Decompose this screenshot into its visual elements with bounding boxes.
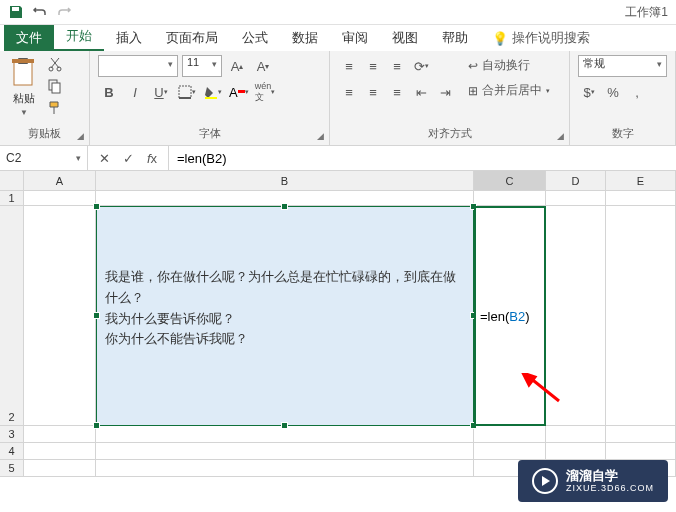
align-top-icon[interactable]: ≡ <box>338 55 360 77</box>
align-bottom-icon[interactable]: ≡ <box>386 55 408 77</box>
number-format-combo[interactable]: 常规 <box>578 55 667 77</box>
group-font-label: 字体 <box>98 126 321 143</box>
col-header-C[interactable]: C <box>474 171 546 191</box>
percent-icon[interactable]: % <box>602 81 624 103</box>
bold-button[interactable]: B <box>98 81 120 103</box>
selection-handle[interactable] <box>281 203 288 210</box>
cell-B4[interactable] <box>96 443 474 460</box>
cell-E2[interactable] <box>606 206 676 426</box>
name-box[interactable]: C2 <box>0 146 88 170</box>
cell-A5[interactable] <box>24 460 96 477</box>
row-header-5[interactable]: 5 <box>0 460 24 477</box>
window-title: 工作簿1 <box>625 4 668 21</box>
cell-E4[interactable] <box>606 443 676 460</box>
watermark-en: ZIXUE.3D66.COM <box>566 483 654 494</box>
col-header-E[interactable]: E <box>606 171 676 191</box>
cell-C2[interactable]: =len(B2) <box>474 206 546 426</box>
col-header-B[interactable]: B <box>96 171 474 191</box>
fx-icon[interactable]: fx <box>144 151 160 166</box>
cell-D1[interactable] <box>546 191 606 206</box>
formula-bar: C2 ✕ ✓ fx =len(B2) <box>0 146 676 171</box>
tab-review[interactable]: 审阅 <box>330 25 380 51</box>
cell-A4[interactable] <box>24 443 96 460</box>
decrease-indent-icon[interactable]: ⇤ <box>410 81 432 103</box>
border-button[interactable]: ▾ <box>176 81 198 103</box>
cell-C4[interactable] <box>474 443 546 460</box>
font-name-combo[interactable] <box>98 55 178 77</box>
decrease-font-icon[interactable]: A▾ <box>252 55 274 77</box>
selection-handle[interactable] <box>93 422 100 429</box>
row-header-3[interactable]: 3 <box>0 426 24 443</box>
paste-button[interactable]: 粘贴 ▼ <box>8 55 40 119</box>
cell-B2[interactable]: 我是谁，你在做什么呢？为什么总是在忙忙碌碌的，到底在做什么？ 我为什么要告诉你呢… <box>96 206 474 426</box>
watermark: 溜溜自学 ZIXUE.3D66.COM <box>518 460 668 502</box>
align-right-icon[interactable]: ≡ <box>386 81 408 103</box>
increase-font-icon[interactable]: A▴ <box>226 55 248 77</box>
col-header-A[interactable]: A <box>24 171 96 191</box>
currency-icon[interactable]: $▾ <box>578 81 600 103</box>
play-icon <box>532 468 558 494</box>
selection-handle[interactable] <box>281 422 288 429</box>
cell-B5[interactable] <box>96 460 474 477</box>
wrap-icon: ↩ <box>468 59 478 73</box>
italic-button[interactable]: I <box>124 81 146 103</box>
cell-D3[interactable] <box>546 426 606 443</box>
format-painter-icon[interactable] <box>44 99 66 117</box>
row-header-2[interactable]: 2 <box>0 206 24 426</box>
enter-icon[interactable]: ✓ <box>120 151 136 166</box>
ribbon-tabs: 文件 开始 插入 页面布局 公式 数据 审阅 视图 帮助 💡 操作说明搜索 <box>0 25 676 51</box>
cell-A1[interactable] <box>24 191 96 206</box>
row-header-1[interactable]: 1 <box>0 191 24 206</box>
row-header-4[interactable]: 4 <box>0 443 24 460</box>
comma-icon[interactable]: , <box>626 81 648 103</box>
align-middle-icon[interactable]: ≡ <box>362 55 384 77</box>
save-icon[interactable] <box>8 4 24 20</box>
clipboard-launcher[interactable]: ◢ <box>73 129 87 143</box>
svg-rect-0 <box>14 61 32 85</box>
alignment-launcher[interactable]: ◢ <box>553 129 567 143</box>
increase-indent-icon[interactable]: ⇥ <box>434 81 456 103</box>
cell-C1[interactable] <box>474 191 546 206</box>
fill-color-button[interactable]: ▾ <box>202 81 224 103</box>
tab-home[interactable]: 开始 <box>54 23 104 51</box>
align-left-icon[interactable]: ≡ <box>338 81 360 103</box>
select-all-corner[interactable] <box>0 171 24 191</box>
tab-search[interactable]: 💡 操作说明搜索 <box>480 25 602 51</box>
orientation-icon[interactable]: ⟳▾ <box>410 55 432 77</box>
selection-handle[interactable] <box>93 312 100 319</box>
undo-icon[interactable] <box>32 4 48 20</box>
underline-button[interactable]: U ▾ <box>150 81 172 103</box>
tab-formulas[interactable]: 公式 <box>230 25 280 51</box>
group-number-label: 数字 <box>578 126 667 143</box>
selection-handle[interactable] <box>93 203 100 210</box>
cell-A3[interactable] <box>24 426 96 443</box>
svg-rect-9 <box>205 97 217 99</box>
worksheet: A B C D E 1 2 3 4 5 我是谁，你在做什么呢？为什么总是在忙忙 <box>0 171 676 477</box>
tab-insert[interactable]: 插入 <box>104 25 154 51</box>
font-color-button[interactable]: A▾ <box>228 81 250 103</box>
cell-C3[interactable] <box>474 426 546 443</box>
cell-D4[interactable] <box>546 443 606 460</box>
align-center-icon[interactable]: ≡ <box>362 81 384 103</box>
tab-view[interactable]: 视图 <box>380 25 430 51</box>
font-launcher[interactable]: ◢ <box>313 129 327 143</box>
cell-E1[interactable] <box>606 191 676 206</box>
cancel-icon[interactable]: ✕ <box>96 151 112 166</box>
wrap-text-button[interactable]: ↩自动换行 <box>464 55 534 76</box>
col-header-D[interactable]: D <box>546 171 606 191</box>
redo-icon[interactable] <box>56 4 72 20</box>
merge-button[interactable]: ⊞合并后居中▾ <box>464 80 554 101</box>
phonetic-button[interactable]: wén文▾ <box>254 81 276 103</box>
tab-pagelayout[interactable]: 页面布局 <box>154 25 230 51</box>
cut-icon[interactable] <box>44 55 66 73</box>
lightbulb-icon: 💡 <box>492 31 508 46</box>
cell-E3[interactable] <box>606 426 676 443</box>
tab-file[interactable]: 文件 <box>4 25 54 51</box>
copy-icon[interactable] <box>44 77 66 95</box>
tab-data[interactable]: 数据 <box>280 25 330 51</box>
font-size-combo[interactable]: 11 <box>182 55 222 77</box>
tab-help[interactable]: 帮助 <box>430 25 480 51</box>
formula-input[interactable]: =len(B2) <box>169 151 676 166</box>
ribbon: 粘贴 ▼ 剪贴板 ◢ 11 A▴ A▾ B I U ▾ ▾ <box>0 51 676 146</box>
cell-A2[interactable] <box>24 206 96 426</box>
